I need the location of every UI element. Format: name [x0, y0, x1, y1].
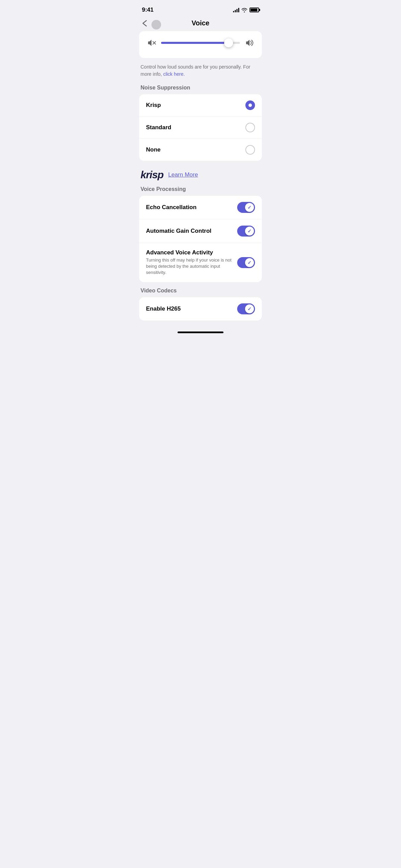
volume-card [139, 31, 262, 58]
krisp-logo: krisp [141, 169, 163, 181]
voice-processing-header: Voice Processing [139, 186, 262, 192]
battery-icon [250, 8, 259, 12]
click-here-link[interactable]: click here. [163, 71, 185, 77]
toggle-thumb-h265: ✓ [245, 304, 254, 313]
volume-slider[interactable] [161, 42, 240, 44]
echo-cancellation-label-area: Echo Cancellation [146, 204, 196, 211]
h265-toggle[interactable]: ✓ [237, 303, 255, 314]
checkmark-icon: ✓ [247, 205, 252, 210]
status-bar: 9:41 [134, 0, 267, 16]
noise-option-none[interactable]: None [139, 139, 262, 161]
noise-option-standard[interactable]: Standard [139, 117, 262, 139]
wifi-icon [241, 8, 247, 12]
ava-toggle[interactable]: ✓ [237, 257, 255, 268]
volume-description: Control how loud sounds are for you pers… [139, 63, 262, 78]
slider-track [161, 42, 240, 44]
agc-label-area: Automatic Gain Control [146, 228, 211, 234]
checkmark-icon-h265: ✓ [247, 306, 252, 312]
echo-cancellation-row[interactable]: Echo Cancellation ✓ [139, 196, 262, 219]
advanced-voice-activity-row[interactable]: Advanced Voice Activity Turning this off… [139, 243, 262, 282]
echo-cancellation-toggle[interactable]: ✓ [237, 202, 255, 213]
slider-fill [161, 42, 226, 44]
automatic-gain-control-row[interactable]: Automatic Gain Control ✓ [139, 219, 262, 243]
header: Voice [134, 16, 267, 31]
h265-label-area: Enable H265 [146, 305, 181, 312]
checkmark-icon-agc: ✓ [247, 228, 252, 234]
agc-toggle[interactable]: ✓ [237, 226, 255, 237]
noise-suppression-header: Noise Suppression [139, 85, 262, 91]
home-bar [178, 331, 223, 333]
enable-h265-row[interactable]: Enable H265 ✓ [139, 297, 262, 321]
back-button[interactable] [141, 19, 149, 27]
toggle-thumb-ava: ✓ [245, 258, 254, 267]
radio-krisp [245, 100, 255, 110]
noise-suppression-card: Krisp Standard None [139, 94, 262, 161]
page-title: Voice [192, 19, 209, 27]
content-area: Control how loud sounds are for you pers… [134, 31, 267, 321]
radio-none [245, 145, 255, 155]
video-codecs-card: Enable H265 ✓ [139, 297, 262, 321]
mute-icon [146, 37, 157, 48]
krisp-branding: krisp Learn More [139, 166, 262, 186]
noise-option-krisp[interactable]: Krisp [139, 94, 262, 117]
voice-processing-card: Echo Cancellation ✓ Automatic Gain Contr… [139, 196, 262, 282]
ava-label-area: Advanced Voice Activity Turning this off… [146, 249, 235, 276]
status-time: 9:41 [142, 7, 154, 13]
radio-standard [245, 123, 255, 132]
video-codecs-header: Video Codecs [139, 288, 262, 294]
toggle-thumb-agc: ✓ [245, 227, 254, 236]
volume-row [139, 31, 262, 55]
toggle-thumb: ✓ [245, 203, 254, 212]
signal-icon [233, 8, 239, 12]
volume-full-icon [244, 37, 255, 48]
status-icons [233, 8, 259, 12]
checkmark-icon-ava: ✓ [247, 260, 252, 265]
back-arrow-icon [141, 19, 149, 27]
learn-more-link[interactable]: Learn More [168, 171, 198, 178]
home-indicator [134, 326, 267, 336]
back-circle [151, 20, 161, 29]
slider-thumb [224, 38, 233, 47]
